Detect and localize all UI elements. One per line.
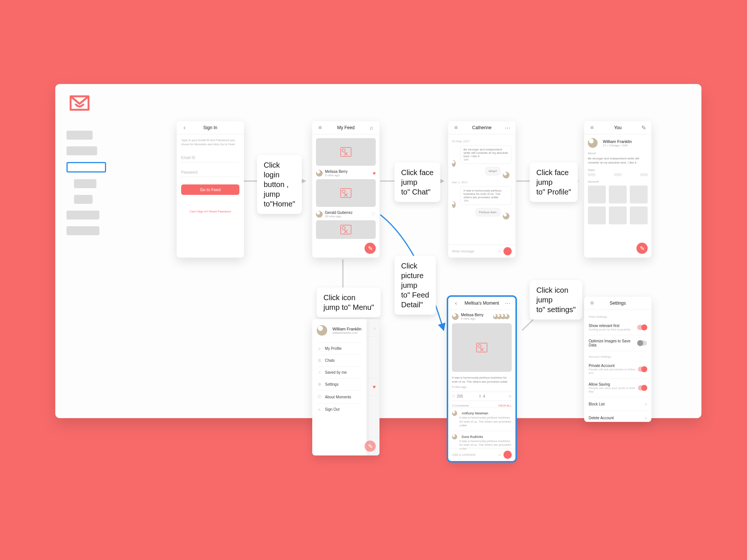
message-text: What?	[485, 167, 500, 175]
share-button[interactable]: ⇪4	[472, 394, 492, 398]
chat-input[interactable]: Write message ☺	[448, 245, 515, 258]
smile-icon[interactable]: ☺	[498, 249, 501, 253]
menu-icon[interactable]: ≡	[314, 121, 326, 134]
avatar[interactable]	[588, 138, 598, 148]
message-time: 16h	[464, 199, 508, 202]
backdrop: ⌕ ♥ ♡	[368, 319, 379, 455]
avatar[interactable]	[316, 170, 323, 177]
message-text: It was a humorously perilous business fo…	[464, 189, 501, 199]
menu-icon[interactable]: ≡	[450, 121, 462, 134]
sidebar-slot-active[interactable]	[66, 162, 106, 172]
avatar[interactable]	[503, 213, 509, 220]
grid-cell[interactable]	[588, 206, 606, 224]
grid-cell[interactable]	[609, 186, 627, 203]
back-icon[interactable]: ‹	[179, 121, 190, 134]
author-name: Melissa Berry	[461, 313, 493, 317]
grid-cell[interactable]	[630, 206, 648, 224]
toggle-off[interactable]	[638, 340, 647, 346]
feed-image[interactable]	[316, 220, 376, 239]
grid-cell[interactable]	[609, 206, 627, 224]
send-button[interactable]	[503, 451, 512, 459]
grid-cell[interactable]	[630, 186, 648, 203]
screen-feed-detail[interactable]: ‹ Mellisa's Moment ⋯ Melissa Berry5 mins…	[448, 297, 515, 461]
toggle-on[interactable]	[637, 325, 647, 330]
toggle-on[interactable]	[638, 367, 647, 372]
smile-icon[interactable]: ☺	[498, 453, 501, 457]
setting-row[interactable]: Delete Account›	[589, 411, 647, 422]
post-time: 29 mins ago	[325, 215, 371, 218]
avatar[interactable]	[452, 201, 456, 208]
menu-item-settings[interactable]: ⚙Settings	[317, 378, 362, 390]
view-all-link[interactable]: VIEW ALL	[498, 404, 512, 407]
avatar[interactable]	[316, 211, 323, 218]
input-placeholder: Write message	[452, 249, 498, 253]
screen-chat[interactable]: ≡ Catherine ⋯ 30 May, 2017 Be stronger a…	[448, 121, 515, 258]
comment-input[interactable]: Add a comment ☺	[448, 448, 515, 461]
menu-item-signout[interactable]: ⎋Sign Out	[317, 403, 362, 415]
drawer-profile[interactable]: William Franklinwilliamfranklin.com	[317, 325, 362, 336]
menu-item-profile[interactable]: ☺My Profile	[317, 342, 362, 354]
setting-row[interactable]: Private AccountPeople will ask permissio…	[589, 360, 647, 379]
avatar[interactable]	[452, 434, 457, 439]
compose-fab[interactable]: ✎	[365, 441, 376, 452]
email-field[interactable]: Email ID	[181, 153, 239, 162]
user-icon: ☺	[317, 346, 322, 351]
screen-settings[interactable]: ≡ Settings Feed Settings Show relevant f…	[584, 297, 651, 422]
chat-message-self: Perilous then.	[452, 208, 512, 220]
avatar[interactable]	[503, 172, 509, 178]
reset-password-link[interactable]: Can't Sign In? Reset Password	[181, 210, 239, 213]
setting-row[interactable]: Block List›	[589, 397, 647, 411]
setting-row[interactable]: Allow SavingPeople can save your posts i…	[589, 379, 647, 397]
flow-label-profile: Click face jump to" Profile"	[530, 162, 578, 202]
like-button[interactable]: ♡205	[452, 394, 472, 398]
screen-profile[interactable]: ≡ You ✎ William Franklin27 • Chicago, US…	[584, 121, 651, 258]
heart-outline-icon: ♡	[452, 394, 455, 398]
search-icon[interactable]: ⌕	[366, 121, 377, 134]
detail-image[interactable]	[452, 323, 512, 372]
menu-item-about[interactable]: ⓘAbout Moments	[317, 390, 362, 403]
send-button[interactable]	[503, 247, 512, 255]
feed-post-header[interactable]: Melissa Berry5 mins ago ♥	[316, 169, 376, 177]
search-icon[interactable]: ⌕	[374, 326, 376, 330]
compose-fab[interactable]: ✎	[365, 243, 376, 254]
feed-image[interactable]	[316, 138, 376, 166]
avatar[interactable]	[452, 411, 457, 416]
avatar[interactable]	[452, 313, 459, 320]
heart-icon[interactable]: ♥	[373, 384, 376, 390]
avatar[interactable]	[452, 160, 456, 167]
post-time: 5 mins ago	[461, 317, 493, 320]
caption: It was a humorously perilous business fo…	[452, 376, 512, 384]
menu-icon[interactable]: ≡	[586, 121, 598, 134]
screen-feed[interactable]: ≡ My Feed ⌕ Melissa Berry5 mins ago ♥ Ge…	[312, 121, 379, 258]
canvas: Click login button , jump to"Home" Click…	[55, 84, 701, 418]
more-icon[interactable]: ⋯	[502, 121, 513, 134]
nav-drawer: William Franklinwilliamfranklin.com ☺My …	[312, 319, 366, 455]
feed-post-header[interactable]: Gerald Gutierrez29 mins ago ♡	[316, 211, 376, 218]
chevron-right-icon: ›	[645, 415, 647, 421]
back-icon[interactable]: ‹	[450, 297, 462, 309]
heart-outline-icon[interactable]: ♡	[371, 211, 376, 217]
comment-author: Anthony Newman	[462, 411, 488, 415]
screen-title: Catherine	[472, 125, 492, 130]
setting-row[interactable]: Optimize Images to Save Data	[589, 335, 647, 351]
more-icon[interactable]: ⋯	[502, 297, 513, 309]
toggle-on[interactable]	[638, 385, 647, 391]
feed-image[interactable]	[316, 179, 376, 207]
heart-icon[interactable]: ♥	[373, 170, 376, 176]
menu-icon[interactable]: ≡	[586, 297, 598, 309]
bookmark-button[interactable]: ☆	[492, 394, 512, 398]
go-to-feed-button[interactable]: Go to Feed	[181, 184, 239, 195]
setting-row[interactable]: Show relevant firstSorting posts by thei…	[589, 320, 647, 335]
password-field[interactable]: Password	[181, 168, 239, 177]
profile-meta: 27 • Chicago, USA	[603, 144, 632, 147]
screen-signin[interactable]: ‹ Sign In Type in your Email ID and Pass…	[177, 121, 244, 258]
screen-menu[interactable]: ⌕ ♥ ♡ William Franklinwilliamfranklin.co…	[312, 319, 379, 455]
post-time: 5 mins ago	[325, 174, 373, 177]
menu-item-chats[interactable]: ☰Chats	[317, 354, 362, 366]
app-logo	[68, 93, 91, 112]
compose-fab[interactable]: ✎	[636, 243, 648, 254]
about-text: Be stronger and independent while still …	[588, 156, 648, 165]
grid-cell[interactable]	[588, 186, 606, 203]
menu-item-saved[interactable]: ☆Saved by me	[317, 366, 362, 378]
edit-icon[interactable]: ✎	[638, 121, 649, 134]
